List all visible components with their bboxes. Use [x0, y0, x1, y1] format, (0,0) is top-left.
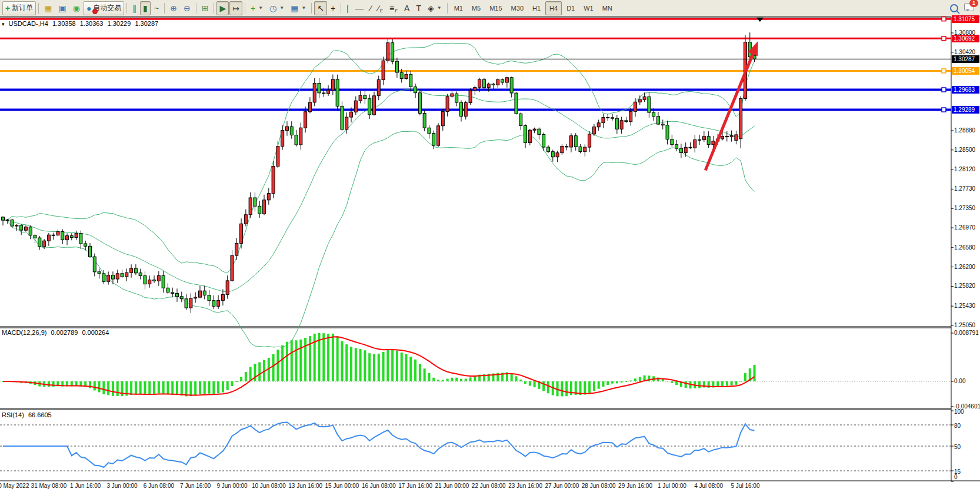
candle: [203, 291, 206, 295]
chevron-down-icon: ▼: [301, 5, 306, 11]
horizontal-line-button[interactable]: —: [352, 1, 366, 15]
auto-trading-button[interactable]: ●自动交易: [84, 1, 124, 15]
template-button[interactable]: ▦▼: [288, 1, 309, 15]
macd-bar: [304, 338, 306, 381]
candle: [66, 236, 69, 240]
macd-bar: [235, 381, 238, 382]
macd-bar: [437, 380, 439, 381]
timeframe-h4[interactable]: H4: [545, 1, 562, 15]
mt4-terminal: +新订单▦▣◉●自动交易∥▮~⊕⊖⊞▶↦+▼◷▼▦▼↖+|—∕∕E≡FAT◈▼M…: [0, 0, 980, 492]
ohlc-low: 1.30229: [108, 20, 131, 27]
candle: [111, 275, 114, 280]
candle: [584, 147, 586, 152]
macd-bar: [322, 333, 325, 381]
candle: [107, 275, 110, 282]
market-watch-button[interactable]: ▦: [41, 1, 55, 15]
candle: [212, 301, 215, 307]
macd-bar: [148, 381, 151, 394]
vertical-line-button[interactable]: |: [344, 1, 352, 15]
candle: [285, 127, 288, 131]
macd-bar: [602, 381, 604, 387]
zoom-out-button[interactable]: ⊖: [181, 1, 194, 15]
macd-bar: [511, 374, 513, 382]
macd-bar: [112, 381, 114, 396]
auto-scroll-button[interactable]: ▶: [216, 1, 229, 15]
candle: [52, 235, 55, 235]
text-label-button[interactable]: T: [413, 1, 424, 15]
chart-title: ▾ USDCAD-,H4 1.30358 1.30363 1.30229 1.3…: [2, 20, 161, 27]
timeframe-m30[interactable]: M30: [507, 1, 528, 15]
macd-bar: [199, 381, 201, 394]
candle: [455, 94, 458, 102]
search-icon[interactable]: [950, 4, 958, 12]
macd-bar: [731, 381, 733, 385]
candle: [29, 227, 32, 235]
candle: [611, 118, 614, 118]
navigator-button[interactable]: ◉: [70, 1, 83, 15]
timeframe-h1[interactable]: H1: [528, 1, 545, 15]
price-tick-label: 1.28500: [954, 147, 975, 153]
add-indicator-button[interactable]: +▼: [248, 1, 266, 15]
cursor-button[interactable]: ↖: [314, 1, 327, 15]
fibonacci-icon: ≡: [389, 4, 394, 12]
time-axis-label: 13 Jun 16:00: [288, 483, 322, 489]
candle: [125, 272, 128, 277]
candle: [263, 200, 266, 214]
tile-windows-button[interactable]: ⊞: [199, 1, 212, 15]
timeframe-w1[interactable]: W1: [579, 1, 598, 15]
arrows-button[interactable]: ◈▼: [425, 1, 445, 15]
candle: [625, 121, 628, 122]
candle: [322, 93, 325, 94]
zoom-in-icon: ⊕: [170, 4, 177, 12]
macd-bar: [474, 376, 476, 381]
macd-bar: [75, 381, 78, 385]
candle: [638, 99, 641, 102]
candlestick-chart-type-icon: ▮: [143, 4, 148, 12]
candlestick-chart-type-button[interactable]: ▮: [140, 1, 151, 15]
new-order-button[interactable]: +新订单: [2, 1, 36, 15]
equidistant-channel-button[interactable]: ∕E: [375, 1, 386, 15]
bar-chart-type-button[interactable]: ∥: [129, 1, 139, 15]
timeframe-d1[interactable]: D1: [562, 1, 579, 15]
timeframe-mn[interactable]: MN: [598, 1, 616, 15]
macd-bar: [584, 381, 586, 395]
plus-doc-icon: +: [5, 4, 10, 12]
crosshair-button[interactable]: +: [328, 1, 338, 15]
candle: [487, 84, 490, 88]
candle: [561, 147, 564, 153]
candle: [11, 220, 14, 227]
chart-shift-button[interactable]: ↦: [229, 1, 242, 15]
candle: [510, 78, 513, 93]
timeframe-m1[interactable]: M1: [450, 1, 467, 15]
notifications-button[interactable]: 1: [964, 3, 974, 14]
fibonacci-button[interactable]: ≡F: [386, 1, 401, 15]
candle: [574, 136, 577, 147]
candle: [276, 147, 279, 167]
period-button[interactable]: ◷▼: [266, 1, 287, 15]
chart-canvas[interactable]: [0, 16, 980, 492]
timeframe-m15[interactable]: M15: [485, 1, 506, 15]
macd-bar: [739, 381, 742, 382]
macd-tick-label: 0.00: [954, 378, 965, 384]
price-tick-label: 1.30420: [954, 49, 975, 55]
candle: [185, 299, 188, 308]
candle: [318, 83, 321, 93]
trendline-button[interactable]: ∕: [367, 1, 374, 15]
time-axis-label: 22 Jun 08:00: [472, 483, 506, 489]
line-chart-type-button[interactable]: ~: [151, 1, 162, 15]
candle: [391, 43, 394, 62]
candle: [281, 131, 284, 147]
macd-bar: [455, 378, 458, 381]
chart-window[interactable]: ▾ USDCAD-,H4 1.30358 1.30363 1.30229 1.3…: [0, 16, 980, 492]
arrows-icon: ◈: [428, 4, 434, 12]
macd-bar: [598, 381, 600, 389]
macd-bar: [671, 381, 673, 383]
timeframe-m5[interactable]: M5: [468, 1, 485, 15]
text-button[interactable]: A: [401, 1, 412, 15]
candle: [652, 112, 655, 117]
candle: [15, 225, 18, 226]
price-badge-pivot-line: 1.30054: [952, 67, 979, 75]
macd-bar: [368, 353, 371, 381]
data-window-button[interactable]: ▣: [55, 1, 69, 15]
zoom-in-button[interactable]: ⊕: [167, 1, 180, 15]
